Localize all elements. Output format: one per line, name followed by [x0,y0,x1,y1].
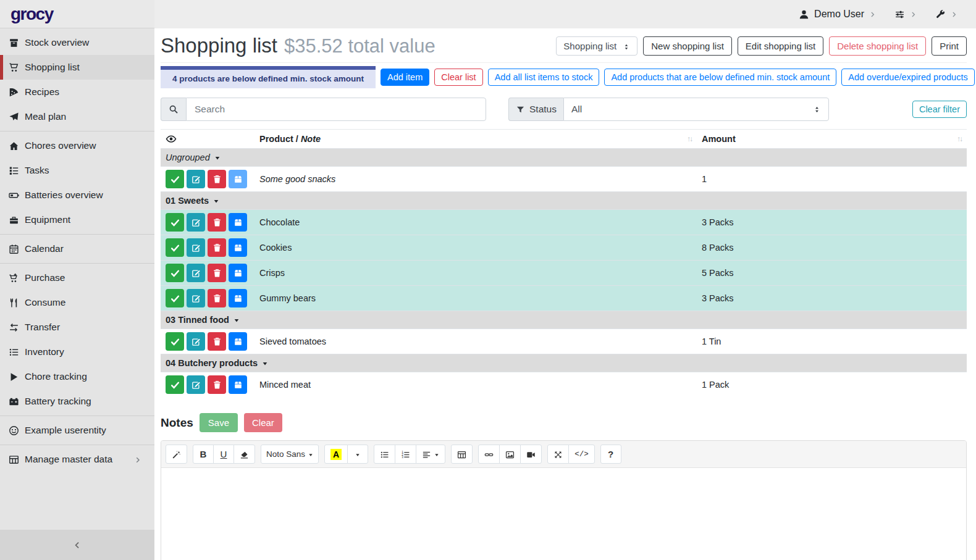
shopping-list-row: Crisps5 Packs [161,261,967,286]
notes-editing-area[interactable] [161,468,966,560]
caret-down-icon [258,358,268,368]
help-button[interactable]: ? [600,445,621,464]
row-delete-button[interactable] [208,213,226,232]
row-add-to-stock-button[interactable] [229,213,247,232]
underline-button[interactable]: U [213,445,234,464]
group-name: Ungrouped [166,153,210,162]
sidebar-item-chores-overview[interactable]: Chores overview [0,133,154,158]
pizza-icon [9,86,25,98]
settings-menu[interactable] [894,9,917,20]
product-group-row[interactable]: 04 Butchery products [161,354,967,372]
add-overdue-button[interactable]: Add overdue/expired products [841,69,974,86]
row-done-button[interactable] [166,264,184,282]
status-filter-select[interactable]: All [563,98,829,121]
fullscreen-button[interactable] [547,445,569,464]
sidebar-item-label: Example userentity [25,425,106,436]
sidebar-item-shopping-list[interactable]: Shopping list [0,55,154,80]
sidebar-item-stock-overview[interactable]: Stock overview [0,30,154,55]
row-done-button[interactable] [166,238,184,257]
row-done-button[interactable] [166,170,184,188]
unordered-list-button[interactable] [374,445,395,464]
row-add-to-stock-button[interactable] [229,332,247,351]
font-color-button[interactable]: A [324,445,348,464]
notes-save-button[interactable]: Save [200,413,238,432]
row-edit-button[interactable] [187,170,205,188]
product-group-row[interactable]: Ungrouped [161,149,967,167]
clear-format-button[interactable] [233,445,255,464]
magic-style-button[interactable] [166,445,187,464]
sidebar-item-meal-plan[interactable]: Meal plan [0,104,154,129]
print-button[interactable]: Print [932,36,967,56]
row-delete-button[interactable] [208,170,226,188]
sidebar-item-transfer[interactable]: Transfer [0,315,154,340]
sidebar-item-inventory[interactable]: Inventory [0,340,154,364]
sidebar-divider [0,234,154,235]
insert-table-button[interactable] [451,445,473,464]
row-edit-button[interactable] [187,264,205,282]
row-edit-button[interactable] [187,238,205,257]
search-icon [161,98,186,121]
clear-filter-button[interactable]: Clear filter [912,101,967,118]
row-edit-button[interactable] [187,289,205,307]
shopping-list-select[interactable]: Shopping list [556,36,637,56]
amount-column-header[interactable]: Amount ↑↓ [697,130,967,149]
sidebar-item-manage-master-data[interactable]: Manage master data [0,447,154,472]
row-done-button[interactable] [166,375,184,394]
search-input[interactable] [186,98,486,121]
clear-list-button[interactable]: Clear list [434,69,482,86]
insert-video-button[interactable] [520,445,542,464]
sort-icon[interactable]: ↑↓ [687,135,692,143]
admin-menu[interactable] [935,9,957,20]
notes-clear-button[interactable]: Clear [244,413,282,432]
sidebar-item-tasks[interactable]: Tasks [0,158,154,183]
add-all-to-stock-button[interactable]: Add all list items to stock [488,69,600,86]
row-edit-button[interactable] [187,213,205,232]
row-edit-button[interactable] [187,332,205,351]
user-menu[interactable]: Demo User [799,9,876,20]
row-edit-button[interactable] [187,375,205,394]
sidebar-item-purchase[interactable]: Purchase [0,265,154,290]
font-family-dropdown[interactable]: Noto Sans [261,445,319,464]
delete-shopping-list-button[interactable]: Delete shopping list [829,36,926,56]
row-add-to-stock-button[interactable] [229,170,247,188]
caret-down-icon [210,153,221,162]
ordered-list-button[interactable]: 123 [395,445,416,464]
sidebar-item-battery-tracking[interactable]: Battery tracking [0,389,154,414]
row-done-button[interactable] [166,332,184,351]
row-add-to-stock-button[interactable] [229,289,247,307]
sidebar-item-calendar[interactable]: Calendar [0,236,154,261]
insert-link-button[interactable] [478,445,500,464]
product-group-row[interactable]: 03 Tinned food [161,311,967,329]
row-add-to-stock-button[interactable] [229,264,247,282]
row-delete-button[interactable] [208,289,226,307]
edit-shopping-list-button[interactable]: Edit shopping list [738,36,823,56]
sort-icon[interactable]: ↑↓ [957,135,962,143]
paragraph-align-dropdown[interactable] [416,445,445,464]
new-shopping-list-button[interactable]: New shopping list [643,36,732,56]
row-delete-button[interactable] [208,375,226,394]
sidebar-item-chore-tracking[interactable]: Chore tracking [0,364,154,389]
row-delete-button[interactable] [208,264,226,282]
font-color-dropdown[interactable] [347,445,368,464]
bold-button[interactable]: B [193,445,214,464]
sidebar-item-consume[interactable]: Consume [0,290,154,315]
video-icon [526,449,536,459]
product-group-row[interactable]: 01 Sweets [161,192,967,210]
insert-image-button[interactable] [499,445,521,464]
row-done-button[interactable] [166,213,184,232]
car-battery-icon [9,396,25,407]
sidebar-item-example-userentity[interactable]: Example userentity [0,418,154,443]
add-below-min-stock-button[interactable]: Add products that are below defined min.… [604,69,836,86]
row-done-button[interactable] [166,289,184,307]
sidebar-collapse-button[interactable] [0,530,154,560]
sidebar-item-batteries-overview[interactable]: Batteries overview [0,183,154,207]
add-item-button[interactable]: Add item [381,69,429,86]
row-delete-button[interactable] [208,238,226,257]
sidebar-item-equipment[interactable]: Equipment [0,207,154,232]
row-add-to-stock-button[interactable] [229,238,247,257]
row-add-to-stock-button[interactable] [229,375,247,394]
row-delete-button[interactable] [208,332,226,351]
code-view-button[interactable]: </> [568,445,595,464]
product-column-header[interactable]: Product / Note ↑↓ [255,130,697,149]
sidebar-item-recipes[interactable]: Recipes [0,80,154,104]
